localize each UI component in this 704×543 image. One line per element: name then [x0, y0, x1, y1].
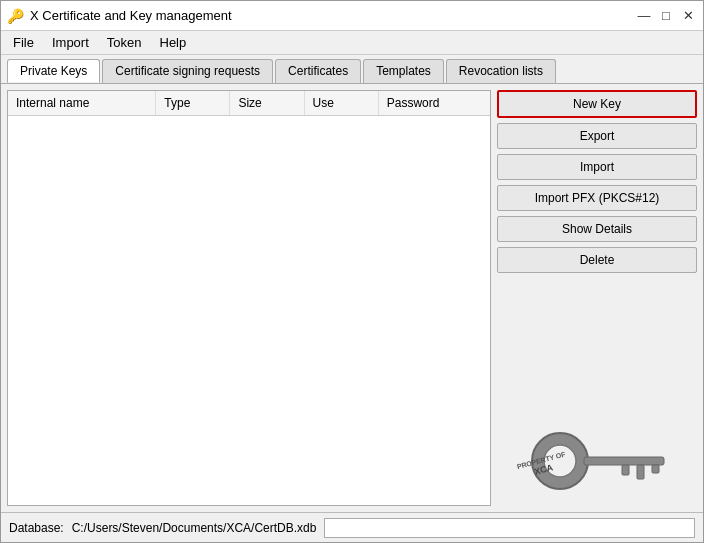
col-type: Type: [156, 91, 230, 115]
col-use: Use: [305, 91, 379, 115]
delete-button[interactable]: Delete: [497, 247, 697, 273]
app-icon: 🔑: [7, 8, 24, 24]
minimize-button[interactable]: —: [635, 7, 653, 25]
right-panel: New Key Export Import Import PFX (PKCS#1…: [497, 90, 697, 506]
title-bar: 🔑 X Certificate and Key management — □ ✕: [1, 1, 703, 31]
tab-private-keys[interactable]: Private Keys: [7, 59, 100, 83]
svg-rect-2: [584, 457, 664, 465]
col-password: Password: [379, 91, 490, 115]
status-bar: Database: C:/Users/Steven/Documents/XCA/…: [1, 512, 703, 542]
menu-import[interactable]: Import: [44, 33, 97, 52]
title-bar-left: 🔑 X Certificate and Key management: [7, 8, 232, 24]
show-details-button[interactable]: Show Details: [497, 216, 697, 242]
tab-templates[interactable]: Templates: [363, 59, 444, 83]
table-header: Internal name Type Size Use Password: [8, 91, 490, 116]
content-area: Internal name Type Size Use Password New…: [1, 84, 703, 512]
menu-token[interactable]: Token: [99, 33, 150, 52]
status-label: Database:: [9, 521, 64, 535]
table-body: [8, 116, 490, 505]
export-button[interactable]: Export: [497, 123, 697, 149]
svg-rect-5: [652, 465, 659, 473]
table-section: Internal name Type Size Use Password: [7, 90, 491, 506]
status-input[interactable]: [324, 518, 695, 538]
tab-revocation-lists[interactable]: Revocation lists: [446, 59, 556, 83]
svg-rect-3: [622, 465, 629, 475]
main-window: 🔑 X Certificate and Key management — □ ✕…: [0, 0, 704, 543]
tab-certificates[interactable]: Certificates: [275, 59, 361, 83]
col-size: Size: [230, 91, 304, 115]
status-path: C:/Users/Steven/Documents/XCA/CertDB.xdb: [72, 521, 317, 535]
menu-file[interactable]: File: [5, 33, 42, 52]
tab-csr[interactable]: Certificate signing requests: [102, 59, 273, 83]
import-pfx-button[interactable]: Import PFX (PKCS#12): [497, 185, 697, 211]
key-image: PROPERTY OF XCA: [497, 396, 697, 506]
menubar: File Import Token Help: [1, 31, 703, 55]
maximize-button[interactable]: □: [657, 7, 675, 25]
tabs-bar: Private Keys Certificate signing request…: [1, 55, 703, 84]
window-title: X Certificate and Key management: [30, 8, 232, 23]
close-button[interactable]: ✕: [679, 7, 697, 25]
key-svg: PROPERTY OF XCA: [512, 416, 682, 506]
import-button[interactable]: Import: [497, 154, 697, 180]
new-key-button[interactable]: New Key: [497, 90, 697, 118]
col-internal-name: Internal name: [8, 91, 156, 115]
svg-rect-4: [637, 465, 644, 479]
title-controls: — □ ✕: [635, 7, 697, 25]
menu-help[interactable]: Help: [152, 33, 195, 52]
